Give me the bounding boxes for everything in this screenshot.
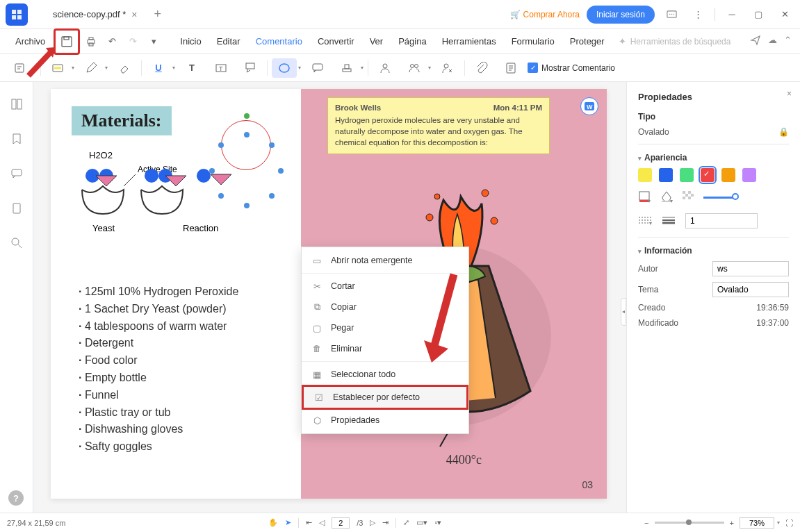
chevron-down-icon[interactable]: ▾ <box>172 65 175 71</box>
menu-pagina[interactable]: Página <box>391 32 433 51</box>
ctx-open-popup-note[interactable]: ▭Abrir nota emergente <box>302 250 468 271</box>
menu-herramientas[interactable]: Herramientas <box>435 32 503 51</box>
chevron-down-icon[interactable]: ▾ <box>638 248 642 255</box>
show-comment-toggle[interactable]: ✓ Mostrar Comentario <box>528 63 615 73</box>
canvas[interactable]: Materials: H2O2 Active Site Yeast Rea <box>33 82 626 513</box>
zoom-input[interactable] <box>740 517 774 529</box>
select-tool-icon[interactable]: ➤ <box>285 518 291 527</box>
theme-input[interactable] <box>712 282 789 297</box>
zoom-slider[interactable] <box>655 522 724 524</box>
resize-handle-ne[interactable] <box>269 142 275 148</box>
underline-tool[interactable]: U <box>146 58 171 78</box>
chevron-down-icon[interactable]: ▾ <box>777 519 780 526</box>
edit-person-tool[interactable] <box>435 58 460 78</box>
people-tool[interactable] <box>402 58 427 78</box>
cloud-icon[interactable]: ☁ <box>768 35 777 48</box>
ctx-properties[interactable]: ⬡Propiedades <box>302 410 468 431</box>
attachment-panel-icon[interactable] <box>8 200 25 217</box>
collapse-right-panel[interactable]: ◂ <box>621 298 626 326</box>
menu-comentario[interactable]: Comentario <box>249 32 309 51</box>
resize-handle-w[interactable] <box>209 168 215 174</box>
buy-now-button[interactable]: 🛒 Comprar Ahora <box>510 10 580 19</box>
swatch-yellow[interactable] <box>638 168 652 182</box>
fullscreen-icon[interactable]: ⛶ <box>785 519 793 527</box>
page-number-input[interactable] <box>332 517 350 529</box>
dropdown-icon[interactable]: ▾ <box>144 32 163 51</box>
chevron-down-icon[interactable]: ▾ <box>72 65 74 71</box>
hand-tool-icon[interactable]: ✋ <box>268 518 278 527</box>
menu-inicio[interactable]: Inicio <box>173 32 208 51</box>
new-tab-button[interactable]: + <box>154 7 161 22</box>
swatch-purple[interactable] <box>742 168 756 182</box>
comment-panel-icon[interactable] <box>8 165 25 182</box>
oval-annotation[interactable] <box>221 120 271 170</box>
stamp-tool[interactable] <box>334 58 359 78</box>
shape-oval-tool[interactable] <box>272 58 297 78</box>
swatch-orange[interactable] <box>721 168 735 182</box>
fill-color-control[interactable]: ▾ <box>660 190 673 205</box>
opacity-slider[interactable] <box>703 197 735 199</box>
attachment-tool[interactable] <box>469 58 494 78</box>
chevron-down-icon[interactable]: ▾ <box>105 65 108 71</box>
callout-tool[interactable] <box>238 58 263 78</box>
resize-handle-sw[interactable] <box>218 193 224 199</box>
chevron-down-icon[interactable]: ▾ <box>361 65 364 71</box>
resize-handle-s[interactable] <box>244 203 250 208</box>
comment-tool[interactable] <box>305 58 330 78</box>
line-style-control[interactable]: ▾ <box>638 215 652 227</box>
next-page-icon[interactable]: ▷ <box>370 518 375 527</box>
resize-handle-e[interactable] <box>278 168 284 174</box>
resize-handle-n[interactable] <box>244 132 250 138</box>
resize-handle-se[interactable] <box>269 193 275 199</box>
stroke-color-control[interactable]: ▾ <box>638 190 651 205</box>
minimize-button[interactable]: ─ <box>722 5 742 24</box>
text-tool[interactable]: T <box>179 58 204 78</box>
pencil-tool[interactable] <box>79 58 104 78</box>
chevron-down-icon[interactable]: ▾ <box>638 155 642 162</box>
close-window-button[interactable]: ✕ <box>775 5 794 24</box>
sticky-note[interactable]: Brook Wells Mon 4:11 PM Hydrogen peroxid… <box>327 97 550 154</box>
collapse-ribbon-icon[interactable]: ⌃ <box>784 35 792 48</box>
messages-icon[interactable] <box>662 5 681 24</box>
line-weight-control[interactable] <box>662 215 676 227</box>
textbox-tool[interactable]: T <box>209 58 234 78</box>
close-panel-icon[interactable]: × <box>787 89 792 99</box>
thumbnail-panel-icon[interactable] <box>8 96 25 113</box>
menu-ver[interactable]: Ver <box>363 32 391 51</box>
search-panel-icon[interactable] <box>8 235 25 251</box>
menu-editar[interactable]: Editar <box>210 32 247 51</box>
zoom-in-icon[interactable]: + <box>730 519 734 527</box>
redo-button[interactable]: ↷ <box>123 32 142 51</box>
first-page-icon[interactable]: ⇤ <box>306 518 312 527</box>
resize-handle-nw[interactable] <box>218 142 224 148</box>
person-tool[interactable] <box>373 58 398 78</box>
menu-formulario[interactable]: Formulario <box>505 32 562 51</box>
zoom-out-icon[interactable]: − <box>644 519 648 527</box>
ctx-set-default[interactable]: ☑Establecer por defecto <box>302 385 468 410</box>
chevron-down-icon[interactable]: ▾ <box>428 65 431 71</box>
document-tab[interactable]: science-copy.pdf * × <box>44 5 145 24</box>
maximize-button[interactable]: ▢ <box>749 5 768 24</box>
undo-button[interactable]: ↶ <box>102 32 122 51</box>
rotation-handle[interactable] <box>244 113 250 119</box>
opacity-control[interactable] <box>683 191 694 204</box>
login-button[interactable]: Iniciar sesión <box>587 6 655 24</box>
chevron-down-icon[interactable]: ▾ <box>298 65 301 71</box>
lock-icon[interactable]: 🔒 <box>778 127 789 137</box>
layout-icon[interactable]: ▭▾ <box>416 518 427 527</box>
menu-proteger[interactable]: Proteger <box>563 32 612 51</box>
view-mode-icon[interactable]: ▫▾ <box>434 518 441 527</box>
help-button[interactable]: ? <box>8 490 24 506</box>
share-icon[interactable] <box>750 35 761 48</box>
search-tools-icon[interactable]: ✦ <box>619 36 626 47</box>
search-tools-input[interactable]: Herramientas de búsqueda <box>630 37 731 47</box>
last-page-icon[interactable]: ⇥ <box>382 518 389 527</box>
prev-page-icon[interactable]: ◁ <box>319 518 325 527</box>
opacity-input[interactable] <box>685 213 758 228</box>
save-button-highlighted[interactable] <box>54 28 80 55</box>
close-tab-icon[interactable]: × <box>131 9 137 20</box>
swatch-green[interactable] <box>680 168 694 182</box>
more-icon[interactable]: ⋮ <box>688 5 708 24</box>
fit-width-icon[interactable]: ⤢ <box>403 518 409 527</box>
author-input[interactable] <box>712 261 789 276</box>
